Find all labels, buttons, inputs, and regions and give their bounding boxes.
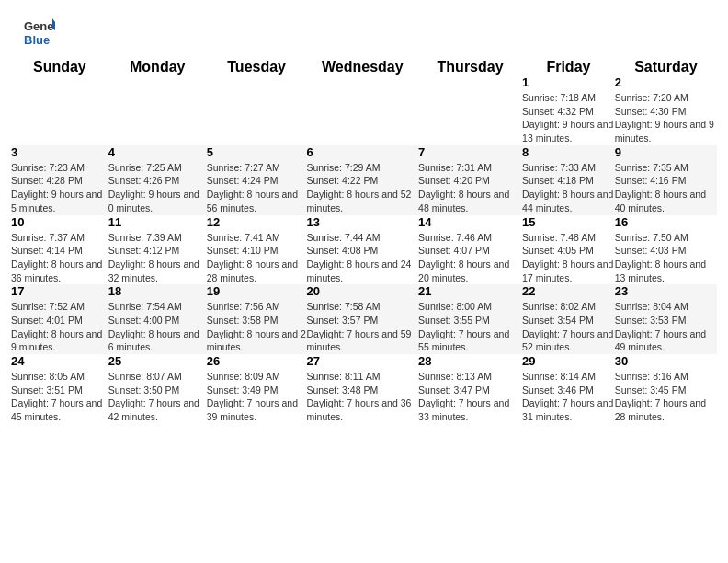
day-number: 27 <box>307 354 419 368</box>
calendar-cell: 18Sunrise: 7:54 AM Sunset: 4:00 PM Dayli… <box>108 284 207 354</box>
day-header-friday: Friday <box>522 59 615 75</box>
calendar-cell: 12Sunrise: 7:41 AM Sunset: 4:10 PM Dayli… <box>207 215 307 285</box>
day-header-sunday: Sunday <box>11 59 108 75</box>
day-header-tuesday: Tuesday <box>207 59 307 75</box>
day-number: 15 <box>522 215 615 229</box>
calendar-header: SundayMondayTuesdayWednesdayThursdayFrid… <box>11 59 717 75</box>
calendar-body: 1Sunrise: 7:18 AM Sunset: 4:32 PM Daylig… <box>11 75 717 424</box>
day-info: Sunrise: 7:18 AM Sunset: 4:32 PM Dayligh… <box>522 91 615 145</box>
calendar-cell: 6Sunrise: 7:29 AM Sunset: 4:22 PM Daylig… <box>307 145 419 215</box>
day-info: Sunrise: 7:29 AM Sunset: 4:22 PM Dayligh… <box>307 161 419 215</box>
calendar-week-3: 10Sunrise: 7:37 AM Sunset: 4:14 PM Dayli… <box>11 215 717 285</box>
calendar-cell: 13Sunrise: 7:44 AM Sunset: 4:08 PM Dayli… <box>307 215 419 285</box>
calendar-cell: 23Sunrise: 8:04 AM Sunset: 3:53 PM Dayli… <box>615 284 717 354</box>
day-number: 13 <box>307 215 419 229</box>
logo: General Blue <box>22 17 55 50</box>
day-info: Sunrise: 7:48 AM Sunset: 4:05 PM Dayligh… <box>522 231 615 285</box>
calendar-cell <box>108 75 207 145</box>
calendar-cell: 20Sunrise: 7:58 AM Sunset: 3:57 PM Dayli… <box>307 284 419 354</box>
day-info: Sunrise: 7:46 AM Sunset: 4:07 PM Dayligh… <box>418 231 522 285</box>
day-number: 11 <box>108 215 207 229</box>
calendar-cell: 8Sunrise: 7:33 AM Sunset: 4:18 PM Daylig… <box>522 145 615 215</box>
day-number: 6 <box>307 145 419 159</box>
calendar-cell: 5Sunrise: 7:27 AM Sunset: 4:24 PM Daylig… <box>207 145 307 215</box>
day-number: 28 <box>418 354 522 368</box>
day-info: Sunrise: 7:54 AM Sunset: 4:00 PM Dayligh… <box>108 300 207 354</box>
day-number: 8 <box>522 145 615 159</box>
day-info: Sunrise: 7:35 AM Sunset: 4:16 PM Dayligh… <box>615 161 717 215</box>
day-header-wednesday: Wednesday <box>307 59 419 75</box>
calendar-week-1: 1Sunrise: 7:18 AM Sunset: 4:32 PM Daylig… <box>11 75 717 145</box>
calendar-cell: 21Sunrise: 8:00 AM Sunset: 3:55 PM Dayli… <box>418 284 522 354</box>
day-info: Sunrise: 7:27 AM Sunset: 4:24 PM Dayligh… <box>207 161 307 215</box>
day-info: Sunrise: 7:20 AM Sunset: 4:30 PM Dayligh… <box>615 91 717 145</box>
calendar-cell: 25Sunrise: 8:07 AM Sunset: 3:50 PM Dayli… <box>108 354 207 424</box>
day-info: Sunrise: 8:07 AM Sunset: 3:50 PM Dayligh… <box>108 370 207 424</box>
day-info: Sunrise: 7:23 AM Sunset: 4:28 PM Dayligh… <box>11 161 108 215</box>
day-info: Sunrise: 8:13 AM Sunset: 3:47 PM Dayligh… <box>418 370 522 424</box>
header-row: SundayMondayTuesdayWednesdayThursdayFrid… <box>11 59 717 75</box>
day-number: 4 <box>108 145 207 159</box>
day-info: Sunrise: 7:31 AM Sunset: 4:20 PM Dayligh… <box>418 161 522 215</box>
day-number: 1 <box>522 75 615 89</box>
calendar-cell: 14Sunrise: 7:46 AM Sunset: 4:07 PM Dayli… <box>418 215 522 285</box>
day-info: Sunrise: 7:56 AM Sunset: 3:58 PM Dayligh… <box>207 300 307 354</box>
day-number: 9 <box>615 145 717 159</box>
day-number: 26 <box>207 354 307 368</box>
calendar-cell: 19Sunrise: 7:56 AM Sunset: 3:58 PM Dayli… <box>207 284 307 354</box>
calendar-week-4: 17Sunrise: 7:52 AM Sunset: 4:01 PM Dayli… <box>11 284 717 354</box>
day-info: Sunrise: 8:11 AM Sunset: 3:48 PM Dayligh… <box>307 370 419 424</box>
calendar-cell <box>307 75 419 145</box>
day-number: 5 <box>207 145 307 159</box>
day-number: 12 <box>207 215 307 229</box>
day-number: 2 <box>615 75 717 89</box>
day-info: Sunrise: 8:04 AM Sunset: 3:53 PM Dayligh… <box>615 300 717 354</box>
day-info: Sunrise: 7:33 AM Sunset: 4:18 PM Dayligh… <box>522 161 615 215</box>
day-info: Sunrise: 7:41 AM Sunset: 4:10 PM Dayligh… <box>207 231 307 285</box>
day-number: 25 <box>108 354 207 368</box>
day-number: 21 <box>418 284 522 298</box>
day-number: 7 <box>418 145 522 159</box>
calendar-cell <box>207 75 307 145</box>
day-number: 29 <box>522 354 615 368</box>
day-number: 3 <box>11 145 108 159</box>
calendar-cell: 7Sunrise: 7:31 AM Sunset: 4:20 PM Daylig… <box>418 145 522 215</box>
calendar-cell: 9Sunrise: 7:35 AM Sunset: 4:16 PM Daylig… <box>615 145 717 215</box>
calendar-cell: 16Sunrise: 7:50 AM Sunset: 4:03 PM Dayli… <box>615 215 717 285</box>
calendar-cell: 28Sunrise: 8:13 AM Sunset: 3:47 PM Dayli… <box>418 354 522 424</box>
calendar-cell: 27Sunrise: 8:11 AM Sunset: 3:48 PM Dayli… <box>307 354 419 424</box>
day-number: 23 <box>615 284 717 298</box>
day-info: Sunrise: 7:39 AM Sunset: 4:12 PM Dayligh… <box>108 231 207 285</box>
calendar-cell: 17Sunrise: 7:52 AM Sunset: 4:01 PM Dayli… <box>11 284 108 354</box>
calendar-cell: 29Sunrise: 8:14 AM Sunset: 3:46 PM Dayli… <box>522 354 615 424</box>
day-number: 14 <box>418 215 522 229</box>
calendar-cell: 3Sunrise: 7:23 AM Sunset: 4:28 PM Daylig… <box>11 145 108 215</box>
calendar-cell: 2Sunrise: 7:20 AM Sunset: 4:30 PM Daylig… <box>615 75 717 145</box>
calendar-cell <box>418 75 522 145</box>
day-header-monday: Monday <box>108 59 207 75</box>
calendar-cell: 24Sunrise: 8:05 AM Sunset: 3:51 PM Dayli… <box>11 354 108 424</box>
day-number: 18 <box>108 284 207 298</box>
day-info: Sunrise: 7:52 AM Sunset: 4:01 PM Dayligh… <box>11 300 108 354</box>
calendar-cell: 10Sunrise: 7:37 AM Sunset: 4:14 PM Dayli… <box>11 215 108 285</box>
calendar-week-5: 24Sunrise: 8:05 AM Sunset: 3:51 PM Dayli… <box>11 354 717 424</box>
day-number: 24 <box>11 354 108 368</box>
day-number: 22 <box>522 284 615 298</box>
day-info: Sunrise: 7:37 AM Sunset: 4:14 PM Dayligh… <box>11 231 108 285</box>
day-header-thursday: Thursday <box>418 59 522 75</box>
day-info: Sunrise: 7:25 AM Sunset: 4:26 PM Dayligh… <box>108 161 207 215</box>
calendar-cell: 15Sunrise: 7:48 AM Sunset: 4:05 PM Dayli… <box>522 215 615 285</box>
day-number: 10 <box>11 215 108 229</box>
calendar-table: SundayMondayTuesdayWednesdayThursdayFrid… <box>11 59 717 424</box>
page-header: General Blue <box>0 0 728 59</box>
day-info: Sunrise: 8:14 AM Sunset: 3:46 PM Dayligh… <box>522 370 615 424</box>
day-info: Sunrise: 8:02 AM Sunset: 3:54 PM Dayligh… <box>522 300 615 354</box>
calendar-cell: 30Sunrise: 8:16 AM Sunset: 3:45 PM Dayli… <box>615 354 717 424</box>
day-info: Sunrise: 8:09 AM Sunset: 3:49 PM Dayligh… <box>207 370 307 424</box>
day-number: 20 <box>307 284 419 298</box>
day-info: Sunrise: 8:16 AM Sunset: 3:45 PM Dayligh… <box>615 370 717 424</box>
svg-text:General: General <box>24 19 55 33</box>
day-info: Sunrise: 8:00 AM Sunset: 3:55 PM Dayligh… <box>418 300 522 354</box>
day-number: 17 <box>11 284 108 298</box>
calendar-cell: 4Sunrise: 7:25 AM Sunset: 4:26 PM Daylig… <box>108 145 207 215</box>
